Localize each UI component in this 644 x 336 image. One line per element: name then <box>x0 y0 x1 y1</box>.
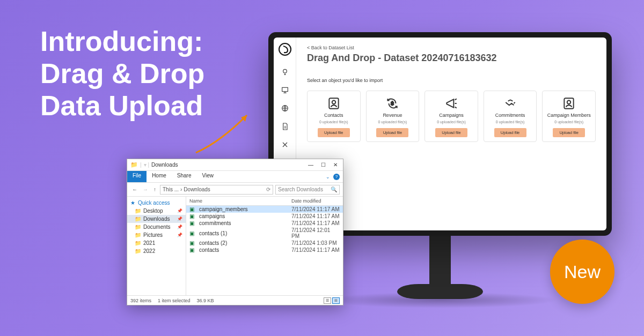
app-logo <box>279 43 291 56</box>
nav-forward-button[interactable]: → <box>141 186 150 192</box>
folder-icon: 📁 <box>130 161 138 168</box>
excel-file-icon: ▣ <box>189 213 197 219</box>
file-row[interactable]: ▣contacts7/11/2024 11:17 AM <box>186 247 343 253</box>
nav-back-button[interactable]: ← <box>130 186 139 192</box>
maximize-button[interactable]: ☐ <box>321 162 326 168</box>
svg-point-5 <box>332 101 336 104</box>
back-link[interactable]: < Back to Dataset List <box>307 45 596 50</box>
tab-view[interactable]: View <box>197 171 219 182</box>
ribbon-collapse-icon[interactable]: ⌄ <box>326 174 330 180</box>
card-title: Campaign Members <box>547 113 591 118</box>
status-count: 392 items <box>130 298 151 303</box>
import-instruction: Select an object you'd like to import <box>307 78 596 83</box>
card-title: Contacts <box>324 113 343 118</box>
refresh-icon[interactable]: ⟳ <box>266 186 270 192</box>
card-title: Commitments <box>495 113 525 118</box>
sidebar-doc-icon[interactable] <box>280 121 290 132</box>
page-title: Drag And Drop - Dataset 20240716183632 <box>307 53 596 64</box>
file-row[interactable]: ▣campaigns7/11/2024 11:17 AM <box>186 213 343 220</box>
contact-icon <box>327 96 341 110</box>
nav-up-button[interactable]: ↑ <box>152 186 158 192</box>
revenue-icon: $ <box>385 96 399 110</box>
card-subtitle: 0 uploaded file(s) <box>437 120 466 124</box>
nav-item-quick-access[interactable]: ★Quick access <box>127 199 186 207</box>
help-icon[interactable]: ? <box>333 174 340 180</box>
folder-icon: 📁 <box>135 232 141 238</box>
svg-rect-7 <box>565 98 574 109</box>
tab-share[interactable]: Share <box>172 171 197 182</box>
excel-file-icon: ▣ <box>189 240 197 246</box>
commit-icon <box>503 96 517 110</box>
folder-icon: 📁 <box>135 216 141 222</box>
sidebar-tools-icon[interactable] <box>280 139 290 150</box>
pin-icon: 📌 <box>177 216 182 221</box>
minimize-button[interactable]: — <box>308 162 313 168</box>
svg-point-0 <box>279 43 291 55</box>
nav-item-documents[interactable]: 📁Documents📌 <box>127 223 186 231</box>
folder-icon: 📁 <box>135 208 141 214</box>
card-title: Revenue <box>383 113 402 118</box>
pin-icon: 📌 <box>177 208 182 213</box>
view-details-icon[interactable]: ☰ <box>324 297 331 304</box>
import-card-campaigns: Campaigns 0 uploaded file(s) Upload file <box>425 91 478 142</box>
upload-file-button[interactable]: Upload file <box>553 128 585 137</box>
explorer-titlebar: 📁 | ▾ | Downloads — ☐ ✕ <box>127 159 343 171</box>
explorer-address-bar: ← → ↑ This ... › Downloads ⟳ Search Down… <box>127 183 343 197</box>
upload-file-button[interactable]: Upload file <box>494 128 526 137</box>
status-selected: 1 item selected <box>158 298 191 303</box>
excel-file-icon: ▣ <box>189 247 197 253</box>
path-segment: This ... <box>163 186 179 192</box>
nav-item-2022[interactable]: 📁2022 <box>127 247 186 255</box>
upload-file-button[interactable]: Upload file <box>318 128 350 137</box>
folder-icon: 📁 <box>135 224 141 230</box>
file-row[interactable]: ▣campaign_members7/11/2024 11:17 AM <box>186 206 343 213</box>
excel-file-icon: ▣ <box>189 206 197 212</box>
file-explorer-window: 📁 | ▾ | Downloads — ☐ ✕ File Home Share … <box>127 159 343 305</box>
svg-rect-4 <box>329 98 338 109</box>
card-title: Campaigns <box>439 113 464 118</box>
excel-file-icon: ▣ <box>189 230 197 236</box>
arrow-annotation <box>191 110 260 158</box>
status-size: 36.9 KB <box>197 298 214 303</box>
address-path[interactable]: This ... › Downloads ⟳ <box>160 185 273 195</box>
upload-file-button[interactable]: Upload file <box>376 128 408 137</box>
excel-file-icon: ▣ <box>189 220 197 226</box>
upload-file-button[interactable]: Upload file <box>435 128 467 137</box>
search-input[interactable]: Search Downloads 🔍 <box>275 185 340 195</box>
new-badge: New <box>550 240 614 304</box>
explorer-qat-divider: ▾ | <box>144 162 149 168</box>
svg-point-8 <box>567 101 571 104</box>
close-button[interactable]: ✕ <box>333 162 338 168</box>
column-headers[interactable]: Name Date modified <box>186 197 343 206</box>
folder-icon: 📁 <box>135 248 141 254</box>
svg-point-1 <box>283 69 287 73</box>
pin-icon: 📌 <box>177 225 182 229</box>
explorer-nav-pane: ★Quick access📁Desktop📌📁Downloads📌📁Docume… <box>127 197 186 295</box>
svg-text:$: $ <box>391 100 394 106</box>
view-tiles-icon[interactable]: ⊞ <box>332 297 340 304</box>
pin-icon: 📌 <box>177 233 182 237</box>
svg-rect-2 <box>282 87 288 91</box>
nav-item-2021[interactable]: 📁2021 <box>127 239 186 247</box>
folder-icon: 📁 <box>135 240 141 246</box>
explorer-status-bar: 392 items 1 item selected 36.9 KB ☰ ⊞ <box>127 295 343 305</box>
file-row[interactable]: ▣contacts (1)7/11/2024 12:01 PM <box>186 227 343 240</box>
file-row[interactable]: ▣contacts (2)7/11/2024 1:03 PM <box>186 240 343 247</box>
sidebar-present-icon[interactable] <box>280 85 290 95</box>
tab-file[interactable]: File <box>127 171 147 182</box>
card-subtitle: 0 uploaded file(s) <box>554 120 583 124</box>
import-card-contacts: Contacts 0 uploaded file(s) Upload file <box>307 91 361 142</box>
sidebar-idea-icon[interactable] <box>280 66 290 77</box>
nav-item-desktop[interactable]: 📁Desktop📌 <box>127 207 186 215</box>
card-subtitle: 0 uploaded file(s) <box>496 120 525 124</box>
tab-home[interactable]: Home <box>147 171 172 182</box>
nav-item-pictures[interactable]: 📁Pictures📌 <box>127 231 186 239</box>
folder-icon: ★ <box>129 200 136 206</box>
file-row[interactable]: ▣commitments7/11/2024 11:17 AM <box>186 220 343 227</box>
card-subtitle: 0 uploaded file(s) <box>378 120 407 124</box>
sidebar-globe-icon[interactable] <box>280 103 290 114</box>
path-current: Downloads <box>184 186 210 192</box>
monitor-stand <box>413 233 467 305</box>
nav-item-downloads[interactable]: 📁Downloads📌 <box>127 215 186 223</box>
contact-icon <box>562 96 576 110</box>
